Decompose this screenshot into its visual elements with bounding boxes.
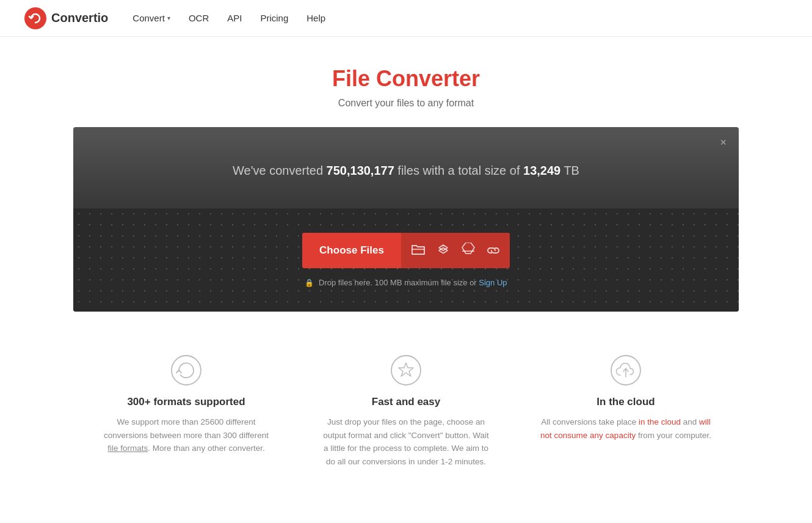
- star-icon: [390, 354, 422, 386]
- lock-icon: 🔒: [305, 279, 314, 287]
- url-link-icon[interactable]: [487, 244, 500, 258]
- upload-area: Choose Files: [73, 208, 739, 312]
- feature-cloud-desc: All conversions take place in the cloud …: [540, 415, 711, 442]
- features-section: 300+ formats supported We support more t…: [70, 312, 742, 505]
- svg-point-5: [172, 356, 201, 385]
- cloud-upload-icon: [610, 354, 642, 386]
- dropbox-icon[interactable]: [437, 243, 450, 259]
- nav-item-convert[interactable]: Convert ▾: [132, 13, 170, 23]
- google-drive-icon[interactable]: [461, 243, 476, 259]
- stats-count: 750,130,177: [327, 164, 394, 177]
- svg-point-6: [391, 356, 421, 385]
- feature-cloud: In the cloud All conversions take place …: [540, 354, 711, 468]
- feature-cloud-title: In the cloud: [540, 396, 711, 408]
- nav-item-help[interactable]: Help: [306, 13, 325, 23]
- converter-box: × We've converted 750,130,177 files with…: [73, 127, 739, 312]
- feature-formats-title: 300+ formats supported: [101, 396, 272, 408]
- header: Convertio Convert ▾ OCR API Pricing Help: [0, 0, 812, 37]
- logo-text: Convertio: [51, 11, 108, 25]
- drop-hint: 🔒 Drop files here. 100 MB maximum file s…: [85, 278, 727, 287]
- folder-icon[interactable]: [411, 243, 426, 258]
- feature-fast-desc: Just drop your files on the page, choose…: [321, 415, 491, 468]
- upload-row: Choose Files: [85, 233, 727, 268]
- nav-item-api[interactable]: API: [227, 13, 242, 23]
- upload-source-icons: [401, 233, 510, 268]
- feature-formats-desc: We support more than 25600 different con…: [101, 415, 272, 455]
- svg-marker-7: [399, 363, 413, 376]
- hero-section: File Converter Convert your files to any…: [0, 37, 812, 127]
- signup-link[interactable]: Sign Up: [479, 278, 507, 287]
- chevron-down-icon: ▾: [167, 15, 170, 21]
- file-formats-link[interactable]: file formats: [107, 444, 148, 453]
- feature-fast-title: Fast and easy: [321, 396, 491, 408]
- main-nav: Convert ▾ OCR API Pricing Help: [132, 13, 325, 23]
- hero-subtitle: Convert your files to any format: [12, 98, 800, 109]
- nav-item-ocr[interactable]: OCR: [189, 13, 209, 23]
- logo-icon: [24, 7, 46, 29]
- close-button[interactable]: ×: [720, 137, 727, 148]
- feature-fast: Fast and easy Just drop your files on th…: [321, 354, 491, 468]
- stats-size: 13,249: [523, 164, 560, 177]
- stats-text: We've converted 750,130,177 files with a…: [85, 164, 727, 178]
- feature-formats: 300+ formats supported We support more t…: [101, 354, 272, 468]
- nav-item-pricing[interactable]: Pricing: [260, 13, 288, 23]
- choose-files-button[interactable]: Choose Files: [302, 233, 401, 268]
- refresh-icon: [170, 354, 202, 386]
- logo[interactable]: Convertio: [24, 7, 108, 29]
- page-title: File Converter: [12, 66, 800, 92]
- svg-point-0: [24, 7, 46, 29]
